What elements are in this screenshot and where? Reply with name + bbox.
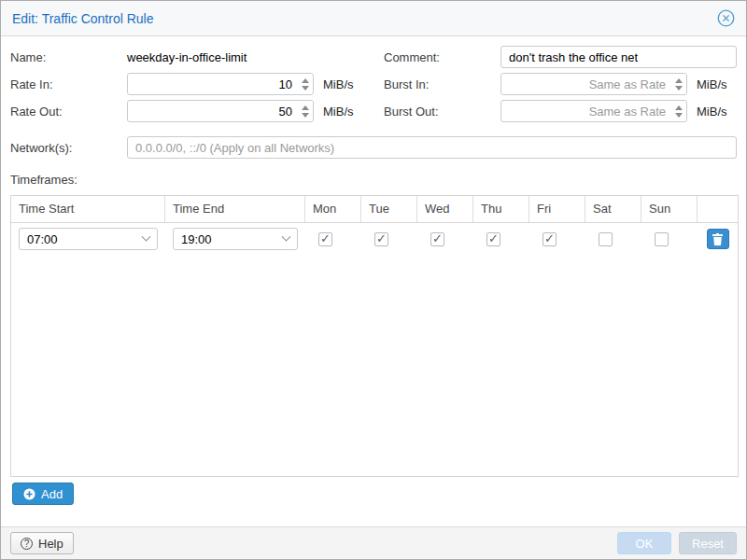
tue-checkbox[interactable] (374, 232, 388, 246)
rate-in-label: Rate In: (10, 77, 53, 91)
fri-checkbox[interactable] (543, 232, 557, 246)
time-start-cell: 07:00 (11, 223, 165, 255)
networks-field (127, 136, 737, 159)
plus-circle-icon (23, 488, 35, 500)
reset-button[interactable]: Reset (679, 532, 737, 554)
name-value: weekday-in-office-limit (127, 50, 247, 64)
actions-cell (698, 223, 738, 255)
sat-cell (585, 223, 641, 255)
networks-input[interactable] (127, 136, 737, 159)
timeframes-table-header: Time Start Time End Mon Tue Wed Thu Fri … (11, 196, 738, 223)
spinner-up-icon[interactable] (302, 78, 309, 83)
burst-out-label: Burst Out: (384, 105, 439, 119)
sun-cell (641, 223, 698, 255)
sun-checkbox[interactable] (655, 232, 669, 246)
dialog-title: Edit: Traffic Control Rule (12, 11, 153, 26)
rate-out-field (127, 100, 314, 122)
spinner-down-icon[interactable] (302, 113, 309, 118)
spinner-down-icon[interactable] (675, 113, 683, 118)
timeframes-table: Time Start Time End Mon Tue Wed Thu Fri … (10, 195, 739, 477)
delete-row-button[interactable] (707, 229, 729, 249)
name-label: Name: (10, 50, 46, 64)
time-end-select[interactable]: 19:00 (173, 228, 298, 250)
column-header-wed: Wed (417, 196, 473, 222)
add-button[interactable]: Add (12, 483, 74, 505)
rate-in-spinner[interactable] (297, 74, 313, 94)
burst-out-input[interactable] (500, 100, 687, 122)
column-header-tue: Tue (361, 196, 417, 222)
comment-input[interactable] (500, 46, 737, 68)
column-header-time-start: Time Start (11, 196, 165, 222)
ok-button[interactable]: OK (617, 532, 671, 554)
dialog-header: Edit: Traffic Control Rule (1, 1, 746, 36)
burst-in-spinner[interactable] (670, 74, 686, 94)
chevron-down-icon[interactable] (142, 231, 151, 241)
fri-cell (529, 223, 585, 255)
question-mark-icon: ? (21, 538, 33, 550)
help-button-label: Help (38, 537, 63, 551)
spinner-up-icon[interactable] (675, 78, 683, 83)
thu-checkbox[interactable] (486, 232, 500, 246)
time-end-cell: 19:00 (165, 223, 305, 255)
spinner-up-icon[interactable] (675, 105, 683, 110)
rate-in-field (127, 73, 314, 95)
time-end-value: 19:00 (181, 232, 212, 246)
burst-in-label: Burst In: (384, 77, 429, 91)
add-button-label: Add (41, 487, 63, 501)
column-header-sat: Sat (585, 196, 641, 222)
column-header-sun: Sun (641, 196, 698, 222)
mon-cell (305, 223, 361, 255)
rate-out-unit: MiB/s (323, 105, 354, 119)
column-header-mon: Mon (305, 196, 361, 222)
burst-out-unit: MiB/s (697, 105, 727, 119)
burst-in-input[interactable] (500, 73, 687, 95)
rate-out-input[interactable] (127, 100, 314, 122)
burst-in-field (500, 73, 687, 95)
comment-label: Comment: (384, 50, 440, 64)
dialog-footer: ? Help OK Reset (1, 526, 746, 559)
sat-checkbox[interactable] (599, 232, 613, 246)
time-start-select[interactable]: 07:00 (19, 228, 158, 250)
trash-icon (712, 233, 723, 245)
spinner-down-icon[interactable] (675, 86, 683, 91)
networks-label: Network(s): (10, 141, 72, 155)
column-header-fri: Fri (529, 196, 585, 222)
rate-in-input[interactable] (127, 73, 314, 95)
column-header-time-end: Time End (165, 196, 305, 222)
column-header-actions (698, 196, 738, 222)
timeframes-label: Timeframes: (10, 173, 78, 187)
thu-cell (473, 223, 529, 255)
burst-out-spinner[interactable] (670, 101, 686, 121)
tue-cell (361, 223, 417, 255)
wed-checkbox[interactable] (430, 232, 444, 246)
mon-checkbox[interactable] (318, 232, 332, 246)
close-icon[interactable] (717, 9, 735, 27)
rate-out-label: Rate Out: (10, 105, 63, 119)
spinner-up-icon[interactable] (302, 105, 309, 110)
rate-in-unit: MiB/s (323, 77, 354, 91)
burst-in-unit: MiB/s (697, 77, 727, 91)
wed-cell (417, 223, 473, 255)
help-button[interactable]: ? Help (10, 532, 74, 554)
time-start-value: 07:00 (27, 232, 58, 246)
spinner-down-icon[interactable] (302, 86, 309, 91)
column-header-thu: Thu (473, 196, 529, 222)
comment-field (500, 46, 737, 68)
chevron-down-icon[interactable] (282, 231, 291, 241)
table-row: 07:00 19:00 (11, 223, 738, 255)
edit-traffic-control-rule-dialog: Edit: Traffic Control Rule Name: weekday… (0, 0, 747, 560)
rate-out-spinner[interactable] (297, 101, 313, 121)
burst-out-field (500, 100, 687, 122)
